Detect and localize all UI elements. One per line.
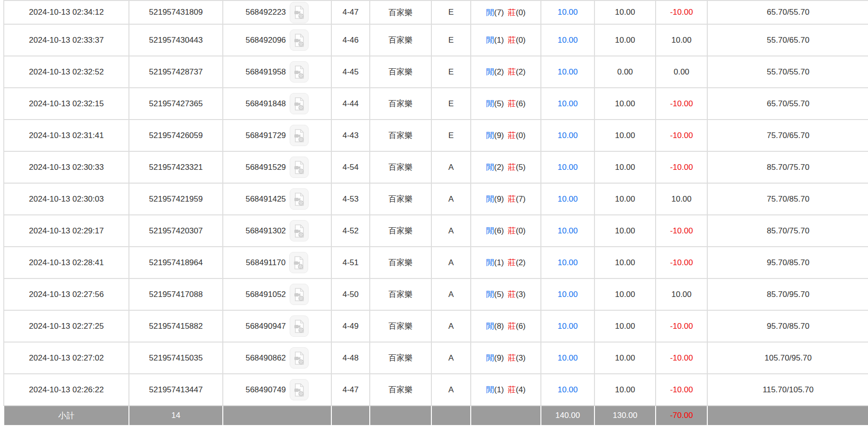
player-result-label: 閒: [486, 163, 494, 172]
subtotal-count: 14: [129, 406, 223, 425]
cell-bet-amount-link[interactable]: 10.00: [541, 151, 594, 183]
banker-result-points: (3): [516, 353, 526, 362]
cell-bet-amount-link[interactable]: 10.00: [541, 342, 594, 374]
video-replay-icon[interactable]: [290, 61, 309, 83]
video-replay-icon[interactable]: [290, 347, 309, 369]
video-replay-icon[interactable]: [290, 2, 309, 23]
table-row: 2024-10-13 02:30:33 521957423321 5684915…: [4, 151, 868, 183]
cell-bet-amount-link[interactable]: 10.00: [541, 247, 594, 278]
banker-result-label: 莊: [508, 385, 516, 394]
player-result-label: 閒: [486, 36, 494, 45]
video-replay-icon[interactable]: [290, 93, 309, 114]
round-id-value: 568490749: [246, 385, 286, 395]
cell-balance: 65.70/55.70: [707, 0, 868, 24]
cell-bet-amount-link[interactable]: 10.00: [541, 24, 594, 56]
video-replay-icon[interactable]: [290, 188, 309, 210]
cell-game-result: 閒(1)莊(4): [471, 374, 541, 406]
cell-win-loss: 10.00: [656, 278, 707, 310]
cell-valid-amount: 10.00: [594, 120, 656, 151]
table-row: 2024-10-13 02:27:56 521957417088 5684910…: [4, 278, 868, 310]
video-replay-icon[interactable]: [290, 157, 309, 178]
cell-bet-amount-link[interactable]: 10.00: [541, 0, 594, 24]
round-id-value: 568491848: [246, 99, 286, 109]
cell-bet-time: 2024-10-13 02:34:12: [4, 0, 129, 24]
cell-round-number: 4-47: [331, 0, 370, 24]
cell-game-result: 閒(5)莊(3): [471, 278, 541, 310]
cell-game-result: 閒(9)莊(3): [471, 342, 541, 374]
video-replay-icon[interactable]: [289, 252, 308, 273]
footer-empty-cell: [370, 406, 431, 425]
cell-bet-amount-link[interactable]: 10.00: [541, 56, 594, 88]
cell-valid-amount: 10.00: [594, 215, 656, 247]
cell-game-result: 閒(9)莊(0): [471, 120, 541, 151]
cell-table-code: E: [431, 120, 471, 151]
cell-bet-time: 2024-10-13 02:33:37: [4, 24, 129, 56]
cell-round-id: 568491958: [223, 56, 331, 88]
table-row: 2024-10-13 02:33:37 521957430443 5684920…: [4, 24, 868, 56]
cell-bet-amount-link[interactable]: 10.00: [541, 374, 594, 406]
video-replay-icon[interactable]: [290, 284, 309, 305]
cell-game-result: 閒(5)莊(6): [471, 88, 541, 120]
round-id-value: 568491302: [246, 226, 286, 236]
banker-result-label: 莊: [508, 353, 516, 362]
cell-round-number: 4-54: [331, 151, 370, 183]
cell-balance: 85.70/75.70: [707, 151, 868, 183]
banker-result-label: 莊: [508, 36, 516, 45]
cell-win-loss: -10.00: [656, 215, 707, 247]
banker-result-points: (6): [516, 99, 526, 108]
footer-empty-cell: [431, 406, 471, 425]
table-row: 2024-10-13 02:27:02 521957415035 5684908…: [4, 342, 868, 374]
video-replay-icon[interactable]: [290, 29, 309, 51]
cell-bet-id: 521957426059: [129, 120, 223, 151]
cell-bet-id: 521957413447: [129, 374, 223, 406]
cell-valid-amount: 10.00: [594, 24, 656, 56]
banker-result-label: 莊: [508, 226, 516, 235]
player-result-label: 閒: [486, 258, 494, 267]
video-replay-icon[interactable]: [290, 125, 309, 146]
cell-bet-time: 2024-10-13 02:26:22: [4, 374, 129, 406]
cell-round-id: 568491302: [223, 215, 331, 247]
cell-round-number: 4-53: [331, 183, 370, 215]
bet-history-table-view: 2024-10-13 02:34:12 521957431809 5684922…: [0, 0, 868, 426]
cell-game-result: 閒(8)莊(6): [471, 310, 541, 342]
cell-bet-amount-link[interactable]: 10.00: [541, 88, 594, 120]
cell-bet-amount-link[interactable]: 10.00: [541, 215, 594, 247]
table-row: 2024-10-13 02:26:22 521957413447 5684907…: [4, 374, 868, 406]
cell-balance: 85.70/75.70: [707, 215, 868, 247]
table-row: 2024-10-13 02:32:15 521957427365 5684918…: [4, 88, 868, 120]
cell-win-loss: -10.00: [656, 374, 707, 406]
banker-result-label: 莊: [508, 8, 516, 17]
cell-win-loss: -10.00: [656, 310, 707, 342]
cell-bet-id: 521957415035: [129, 342, 223, 374]
video-replay-icon[interactable]: [290, 220, 309, 241]
cell-round-number: 4-46: [331, 24, 370, 56]
cell-valid-amount: 10.00: [594, 183, 656, 215]
cell-bet-amount-link[interactable]: 10.00: [541, 120, 594, 151]
cell-table-code: A: [431, 278, 471, 310]
cell-game-type: 百家樂: [370, 342, 431, 374]
cell-bet-id: 521957417088: [129, 278, 223, 310]
banker-result-label: 莊: [508, 290, 516, 299]
table-row: 2024-10-13 02:27:25 521957415882 5684909…: [4, 310, 868, 342]
player-result-label: 閒: [486, 131, 494, 140]
cell-bet-time: 2024-10-13 02:27:02: [4, 342, 129, 374]
cell-game-type: 百家樂: [370, 151, 431, 183]
round-id-value: 568490862: [246, 353, 286, 363]
round-id-value: 568492223: [246, 8, 286, 17]
cell-bet-id: 521957415882: [129, 310, 223, 342]
video-replay-icon[interactable]: [290, 379, 309, 400]
cell-round-number: 4-47: [331, 374, 370, 406]
player-result-points: (1): [494, 36, 504, 45]
subtotal-label: 小計: [4, 406, 129, 425]
cell-bet-amount-link[interactable]: 10.00: [541, 278, 594, 310]
cell-bet-amount-link[interactable]: 10.00: [541, 183, 594, 215]
cell-table-code: E: [431, 56, 471, 88]
cell-balance: 95.70/85.70: [707, 247, 868, 278]
cell-table-code: A: [431, 342, 471, 374]
cell-round-id: 568490749: [223, 374, 331, 406]
video-replay-icon[interactable]: [290, 315, 309, 337]
player-result-points: (9): [494, 353, 504, 362]
cell-bet-time: 2024-10-13 02:32:52: [4, 56, 129, 88]
cell-bet-time: 2024-10-13 02:32:15: [4, 88, 129, 120]
cell-bet-amount-link[interactable]: 10.00: [541, 310, 594, 342]
